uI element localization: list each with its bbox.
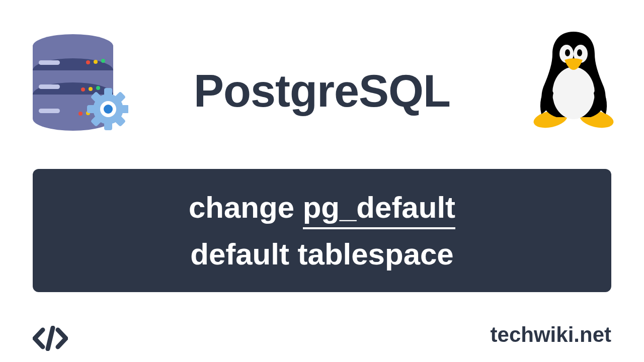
svg-point-11 <box>94 60 98 64</box>
svg-rect-7 <box>39 60 60 65</box>
svg-point-35 <box>577 49 582 56</box>
content-card: change pg_default default tablespace <box>33 169 611 292</box>
svg-point-15 <box>96 86 100 90</box>
page-title: PostgreSQL <box>194 65 450 117</box>
svg-point-13 <box>81 87 85 92</box>
svg-line-36 <box>48 328 53 349</box>
svg-point-16 <box>78 112 83 116</box>
card-line-1-prefix: change <box>189 191 303 224</box>
code-bracket-icon <box>33 326 68 351</box>
card-line-1-underlined: pg_default <box>303 191 455 229</box>
svg-rect-8 <box>39 84 60 89</box>
svg-point-31 <box>552 67 595 119</box>
database-gear-icon <box>28 31 128 137</box>
svg-point-12 <box>101 59 105 63</box>
svg-rect-9 <box>39 109 60 113</box>
card-line-1: change pg_default <box>189 190 455 225</box>
card-line-2: default tablespace <box>190 237 454 272</box>
svg-point-14 <box>89 87 93 91</box>
brand-text: techwiki.net <box>491 323 611 347</box>
svg-point-10 <box>86 60 90 64</box>
svg-point-28 <box>104 105 113 114</box>
tux-penguin-icon <box>528 28 619 128</box>
svg-point-34 <box>565 49 570 56</box>
